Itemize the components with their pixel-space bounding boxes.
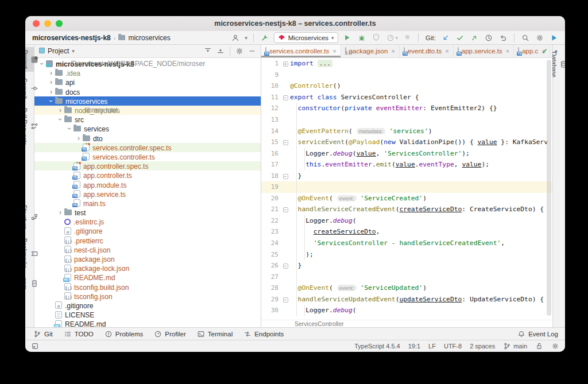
chevron-down-icon[interactable]: ▾ <box>72 48 75 54</box>
chevron-closed-icon[interactable]: › <box>47 70 55 76</box>
breadcrumb-project[interactable]: microservices-nestjs-k8 <box>32 34 111 42</box>
inspections-ok-icon[interactable]: ✓ <box>541 47 548 56</box>
code-line[interactable]: 28 @OnEvent( event: 'ServiceUpdated') <box>261 282 552 294</box>
chevron-down-icon[interactable]: ▾ <box>245 35 247 41</box>
fold-marker-icon[interactable]: + <box>283 61 288 67</box>
status-item-2[interactable]: LF <box>428 343 436 350</box>
editor-breadcrumb[interactable]: ServicesController <box>261 320 552 327</box>
code-line[interactable]: 22 Logger.debug( <box>261 215 552 227</box>
tree-row[interactable]: {;}tsconfig.json <box>34 292 261 301</box>
chevron-closed-icon[interactable]: › <box>56 107 64 113</box>
code-line[interactable]: 29− handleServiceUpdatedEvent(updateServ… <box>261 293 552 305</box>
tree-row[interactable]: TSapp.controller.ts <box>34 170 261 180</box>
close-icon[interactable]: × <box>506 48 509 55</box>
chevron-open-icon[interactable]: › <box>39 60 45 68</box>
close-window-button[interactable] <box>33 20 40 27</box>
code-line[interactable]: 10@Controller() <box>261 80 552 92</box>
editor-tab[interactable]: TSevent.dto.ts× <box>400 45 454 57</box>
expand-all-icon[interactable] <box>203 46 213 56</box>
toolwindow-event-log[interactable]: Event Log <box>517 330 558 338</box>
chevron-closed-icon[interactable]: › <box>47 79 55 85</box>
build-icon[interactable] <box>260 33 270 43</box>
run-button[interactable] <box>342 33 353 43</box>
editor-tab[interactable]: {;}package.json× <box>341 45 400 57</box>
git-commit-button[interactable] <box>455 33 465 43</box>
tab-options-icon[interactable] <box>562 47 565 55</box>
git-push-button[interactable] <box>469 33 479 43</box>
tree-row[interactable]: {;}package-lock.json <box>34 263 261 273</box>
fold-marker-icon[interactable]: − <box>283 95 288 100</box>
run-config-selector[interactable]: Microservices▾ <box>274 32 338 43</box>
close-icon[interactable]: × <box>445 48 448 55</box>
tree-row[interactable]: ›.idea <box>34 68 261 77</box>
tree-row[interactable]: TSservices.controller.ts <box>34 152 261 161</box>
code-line[interactable]: 16 Logger.debug(value, 'ServicesControll… <box>261 148 552 159</box>
status-item-3[interactable]: UTF-8 <box>444 343 462 350</box>
chevron-closed-icon[interactable]: › <box>47 89 55 95</box>
tree-row[interactable]: TSmain.ts <box>34 199 261 208</box>
tree-row[interactable]: ⊘.gitignore <box>34 301 261 310</box>
close-icon[interactable]: × <box>332 48 336 55</box>
code-line[interactable]: 9 <box>261 69 552 81</box>
toolwindow-problems[interactable]: Problems <box>105 330 144 338</box>
toolwindow-terminal[interactable]: Terminal <box>197 330 233 338</box>
tree-row[interactable]: ›src <box>34 115 261 124</box>
panel-settings-icon[interactable] <box>234 46 245 56</box>
tree-row[interactable]: {;}tsconfig.build.json <box>34 282 261 292</box>
code-line[interactable]: 21− handleServiceCreatedEvent(createServ… <box>261 204 552 215</box>
zoom-window-button[interactable] <box>56 20 63 27</box>
tree-row[interactable]: ›test <box>34 208 261 217</box>
tree-row[interactable]: TSapp.controller.spec.ts <box>34 161 261 170</box>
chevron-closed-icon[interactable]: › <box>75 135 83 141</box>
code-line[interactable]: 27 <box>261 271 552 282</box>
tree-row[interactable]: TSapp.service.ts <box>34 189 261 199</box>
toolwindow-todo[interactable]: TODO <box>64 330 94 338</box>
profiler-button[interactable] <box>385 33 396 43</box>
breadcrumb-folder[interactable]: microservices <box>128 34 170 42</box>
title-bar[interactable]: microservices-nestjs-k8 – services.contr… <box>25 16 565 31</box>
rollback-button[interactable] <box>498 33 508 43</box>
tree-row[interactable]: MDREADME.md <box>34 319 261 327</box>
debug-button[interactable] <box>357 33 367 43</box>
history-button[interactable] <box>483 33 494 43</box>
code-line[interactable]: 12 constructor(private eventEmitter: Eve… <box>261 103 552 114</box>
fold-marker-icon[interactable]: − <box>283 297 288 302</box>
status-item-1[interactable]: 19:1 <box>408 343 420 350</box>
tree-row[interactable]: {;}nest-cli.json <box>34 245 261 254</box>
tree-row[interactable]: LICENSE <box>34 310 261 319</box>
code-line[interactable]: 18− } <box>261 170 552 181</box>
code-line[interactable]: 11−export class ServicesController { <box>261 92 552 103</box>
code-line[interactable]: 24 'ServicesController - handleServiceCr… <box>261 238 552 249</box>
hide-panel-icon[interactable] <box>247 46 257 56</box>
code-line[interactable]: 1+import ... <box>261 58 552 69</box>
tree-row[interactable]: ⊘.gitignore <box>34 226 261 235</box>
toolwindow-endpoints[interactable]: Endpoints <box>243 330 284 338</box>
code-area[interactable]: 1+import ...910@Controller()11−export cl… <box>261 58 552 320</box>
tree-row[interactable]: ›docs <box>34 87 261 96</box>
tree-row[interactable]: ›dto <box>34 134 261 143</box>
code-line[interactable]: 30 Logger.debug( <box>261 305 552 316</box>
user-icon[interactable] <box>230 33 241 43</box>
tree-row[interactable]: ›microservices-nestjs-k8~/Documents/WORK… <box>34 59 261 68</box>
code-line[interactable]: 14 @EventPattern( metadata: 'services') <box>261 125 552 137</box>
fold-marker-icon[interactable]: − <box>283 174 288 179</box>
toolwindow-git[interactable]: Git <box>33 330 53 338</box>
status-item-4[interactable]: 2 spaces <box>470 343 495 350</box>
chevron-open-icon[interactable]: › <box>67 125 72 133</box>
editor-scrollbar[interactable] <box>547 60 551 316</box>
tree-row[interactable]: {;}.prettierrc <box>34 236 261 245</box>
code-line[interactable]: 26− } <box>261 260 552 271</box>
code-line[interactable]: 23 createServiceDto, <box>261 226 552 238</box>
tree-row[interactable]: ›api <box>34 77 261 87</box>
readonly-toggle-icon[interactable] <box>535 342 543 350</box>
chevron-closed-icon[interactable]: › <box>56 210 64 215</box>
project-panel-title[interactable]: Project <box>48 47 69 55</box>
chevron-open-icon[interactable]: › <box>48 97 54 105</box>
tree-row[interactable]: .eslintrc.js <box>34 217 261 226</box>
code-line[interactable]: 25 ); <box>261 249 552 260</box>
project-tree[interactable]: ›microservices-nestjs-k8~/Documents/WORK… <box>34 58 261 327</box>
git-branch-widget[interactable]: main <box>503 342 527 350</box>
fold-marker-icon[interactable]: − <box>283 207 288 212</box>
settings-button[interactable] <box>535 33 545 43</box>
git-update-button[interactable] <box>440 33 451 43</box>
